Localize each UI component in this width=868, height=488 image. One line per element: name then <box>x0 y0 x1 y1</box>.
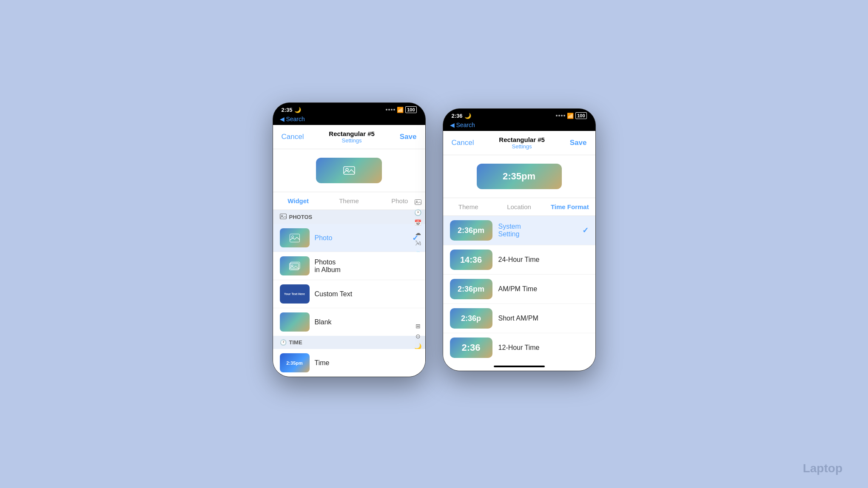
time-format-24h[interactable]: 14:36 24-Hour Time <box>443 245 595 275</box>
tab-theme-left[interactable]: Theme <box>324 192 374 210</box>
svg-point-7 <box>416 201 417 202</box>
tab-widget[interactable]: Widget <box>273 192 324 210</box>
time-left: 2:35 <box>282 107 293 113</box>
home-bar-right <box>494 366 545 367</box>
time-thumb: 2:35pm <box>280 353 310 372</box>
list-item-custom-text[interactable]: Your Text Here Custom Text <box>273 280 425 308</box>
back-label-right[interactable]: ◀ Search <box>450 122 475 128</box>
system-time-text: 2:36pm <box>458 226 484 235</box>
status-bar-left: 2:35 🌙 📶 100 <box>273 103 425 115</box>
24h-label: 24-Hour Time <box>498 256 589 264</box>
tab-theme-right[interactable]: Theme <box>443 198 494 216</box>
photo-thumb <box>280 228 310 247</box>
signal-dots-right <box>556 115 565 116</box>
section-time: 🕐 TIME <box>273 336 425 349</box>
time-section-icon: 🕐 <box>280 339 287 346</box>
nav-bar-left: Cancel Rectangular #5 Settings Save <box>273 125 425 149</box>
tab-time-format[interactable]: Time Format <box>544 198 595 216</box>
time-format-system[interactable]: 2:36pm SystemSetting ✓ <box>443 216 595 245</box>
side-icon-clock[interactable]: 🕐 <box>413 208 423 217</box>
photos-section-icon <box>280 213 287 221</box>
time-format-short-ampm[interactable]: 2:36p Short AM/PM <box>443 304 595 333</box>
widget-thumb-left <box>316 158 382 183</box>
battery-right: 100 <box>575 112 586 119</box>
wifi-icon-right: 📶 <box>567 113 574 119</box>
custom-text-thumb: Your Text Here <box>280 284 310 304</box>
list-item-photos-album[interactable]: Photosin Album <box>273 252 425 280</box>
home-indicator-right <box>443 362 595 371</box>
signal-dots-left <box>386 109 395 111</box>
time-section-label: TIME <box>289 339 302 346</box>
short-ampm-text: 2:36p <box>461 314 481 323</box>
time-format-ampm[interactable]: 2:36pm AM/PM Time <box>443 275 595 304</box>
24h-badge: 14:36 <box>450 250 492 270</box>
photo-label: Photo <box>315 234 409 242</box>
short-ampm-badge: 2:36p <box>450 308 492 329</box>
time-right: 2:36 <box>452 113 463 119</box>
tab-location[interactable]: Location <box>494 198 544 216</box>
back-label-left[interactable]: ◀ Search <box>280 116 305 122</box>
side-icon-settings[interactable]: ⊙ <box>413 332 423 341</box>
time-format-12h[interactable]: 2:36 12-Hour Time <box>443 333 595 362</box>
wifi-icon-left: 📶 <box>397 107 404 113</box>
12h-badge: 2:36 <box>450 338 492 358</box>
12h-label: 12-Hour Time <box>498 344 589 352</box>
status-icons-right: 📶 100 <box>556 112 586 119</box>
status-bar-right: 2:36 🌙 📶 100 <box>443 109 595 121</box>
tab-bar-left: Widget Theme Photo <box>273 192 425 210</box>
widget-preview-left <box>273 149 425 192</box>
12h-text: 2:36 <box>461 342 480 353</box>
back-bar-right[interactable]: ◀ Search <box>443 121 595 131</box>
tab-bar-right: Theme Location Time Format <box>443 198 595 216</box>
svg-rect-0 <box>344 167 355 174</box>
moon-icon-left: 🌙 <box>294 107 301 113</box>
list-item-time[interactable]: 2:35pm Time <box>273 349 425 377</box>
ampm-text: 2:36pm <box>458 285 484 294</box>
cancel-button-left[interactable]: Cancel <box>282 133 304 141</box>
ampm-label: AM/PM Time <box>498 285 589 293</box>
side-icon-grid[interactable]: ⊞ <box>413 321 423 331</box>
status-icons-left: 📶 100 <box>386 106 416 113</box>
svg-rect-6 <box>415 200 421 205</box>
photos-section-label: PHOTOS <box>289 214 313 220</box>
nav-title-right: Rectangular #5 Settings <box>499 136 545 150</box>
section-photos: PHOTOS <box>273 210 425 224</box>
blank-thumb <box>280 312 310 332</box>
back-bar-left[interactable]: ◀ Search <box>273 115 425 125</box>
24h-text: 14:36 <box>460 255 482 265</box>
photo-preview-icon <box>343 166 355 175</box>
system-time-badge: 2:36pm <box>450 220 492 241</box>
widget-time-display: 2:35pm <box>503 171 535 182</box>
system-setting-label: SystemSetting <box>498 223 573 238</box>
ampm-badge: 2:36pm <box>450 279 492 299</box>
side-icon-calendar[interactable]: 📅 <box>413 218 423 227</box>
custom-text-label: Custom Text <box>315 290 418 298</box>
photos-album-thumb <box>280 256 310 275</box>
system-checkmark: ✓ <box>582 226 589 235</box>
list-item-blank[interactable]: Blank ⊞ ⊙ 🌙 ✦ <box>273 308 425 336</box>
short-ampm-label: Short AM/PM <box>498 315 589 322</box>
save-button-right[interactable]: Save <box>570 139 587 147</box>
widget-preview-right: 2:35pm <box>443 155 595 198</box>
side-icon-wind[interactable]: 🌬 <box>413 238 423 248</box>
blank-label: Blank <box>315 318 418 326</box>
time-label: Time <box>315 359 418 367</box>
save-button-left[interactable]: Save <box>400 133 417 141</box>
watermark: Laptop <box>803 462 842 475</box>
svg-point-5 <box>291 235 293 238</box>
moon-icon-right: 🌙 <box>464 113 471 119</box>
photos-album-label: Photosin Album <box>315 258 418 274</box>
right-phone: 2:36 🌙 📶 100 ◀ Search Cancel Rec <box>443 108 596 371</box>
cancel-button-right[interactable]: Cancel <box>452 139 474 147</box>
widget-thumb-right: 2:35pm <box>477 164 562 189</box>
nav-bar-right: Cancel Rectangular #5 Settings Save <box>443 131 595 155</box>
left-phone: 2:35 🌙 📶 100 ◀ Search Cancel Rec <box>273 102 426 377</box>
side-icon-photo[interactable] <box>413 198 423 207</box>
side-icon-cloud[interactable]: ☁ <box>413 228 423 238</box>
svg-rect-9 <box>289 263 299 270</box>
battery-left: 100 <box>405 106 416 113</box>
nav-title-left: Rectangular #5 Settings <box>329 130 375 144</box>
list-item-photo[interactable]: Photo ✓ 🕐 📅 ☁ 🌬 🍃 <box>273 224 425 252</box>
